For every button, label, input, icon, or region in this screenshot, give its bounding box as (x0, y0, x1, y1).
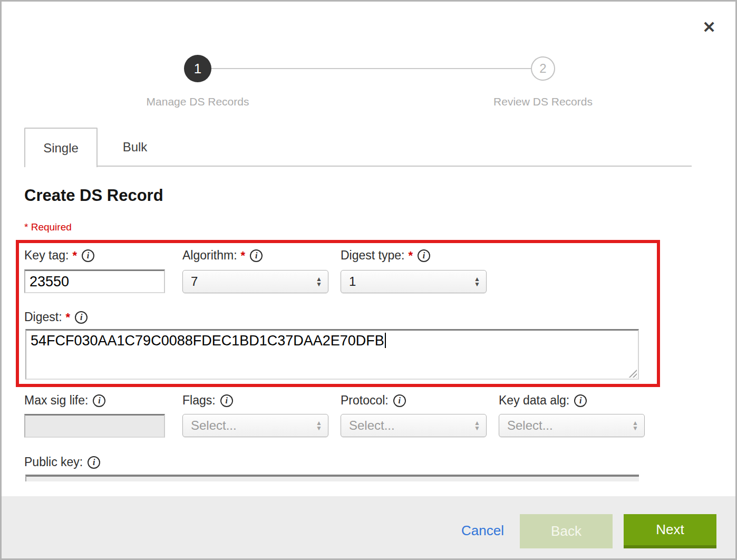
textarea-resize-handle[interactable] (628, 369, 637, 378)
protocol-info-icon[interactable]: i (393, 394, 406, 407)
key-tag-info-icon[interactable]: i (82, 249, 94, 262)
protocol-label-text: Protocol: (341, 393, 389, 408)
algorithm-select[interactable]: 7 ▲▼ (182, 270, 328, 293)
next-button[interactable]: Next (624, 514, 716, 548)
digest-label: Digest: * i (24, 310, 88, 324)
create-ds-record-modal: ✕ 1 2 Manage DS Records Review DS Record… (0, 0, 737, 560)
key-data-alg-label: Key data alg: i (499, 393, 587, 408)
key-data-alg-label-text: Key data alg: (499, 393, 569, 408)
flags-label-text: Flags: (182, 393, 216, 408)
flags-info-icon[interactable]: i (220, 394, 233, 407)
algorithm-label: Algorithm: * i (182, 248, 263, 263)
flags-label: Flags: i (182, 393, 233, 408)
digest-type-select[interactable]: 1 ▲▼ (341, 270, 487, 293)
stepper-step-1-circle: 1 (184, 55, 211, 82)
tabs-underline (24, 166, 692, 167)
key-tag-label-text: Key tag: (24, 248, 69, 263)
algorithm-select-value: 7 (191, 274, 198, 289)
close-icon[interactable]: ✕ (697, 15, 721, 38)
public-key-label: Public key: i (24, 455, 100, 469)
text-caret (385, 333, 386, 348)
stepper-step-2-circle: 2 (531, 56, 555, 81)
protocol-select-spinner-icon: ▲▼ (474, 420, 480, 431)
max-sig-life-label-text: Max sig life: (24, 393, 88, 408)
cancel-button[interactable]: Cancel (461, 523, 504, 539)
digest-textarea[interactable]: 54FCF030AA1C79C0088FDEC1BD1C37DAA2E70DFB (25, 329, 639, 380)
flags-select-value: Select... (191, 418, 237, 433)
max-sig-life-info-icon[interactable]: i (93, 394, 105, 407)
flags-select[interactable]: Select... ▲▼ (182, 414, 328, 437)
key-tag-required-mark: * (72, 249, 77, 263)
algorithm-select-spinner-icon: ▲▼ (316, 276, 322, 287)
tab-bulk[interactable]: Bulk (98, 128, 172, 166)
stepper-connector-line (211, 68, 531, 69)
flags-select-spinner-icon: ▲▼ (316, 420, 322, 431)
stepper-step-2-label: Review DS Records (438, 95, 648, 108)
digest-type-select-spinner-icon: ▲▼ (474, 276, 480, 287)
tab-single[interactable]: Single (24, 128, 98, 167)
algorithm-label-text: Algorithm: (182, 248, 237, 263)
digest-info-icon[interactable]: i (75, 311, 88, 324)
key-tag-input[interactable] (24, 269, 165, 293)
digest-type-label: Digest type: * i (341, 248, 430, 263)
digest-type-label-text: Digest type: (341, 248, 404, 263)
digest-value: 54FCF030AA1C79C0088FDEC1BD1C37DAA2E70DFB (31, 333, 384, 349)
public-key-info-icon[interactable]: i (88, 456, 100, 469)
key-tag-label: Key tag: * i (24, 248, 94, 263)
public-key-label-text: Public key: (24, 455, 83, 469)
digest-label-text: Digest: (24, 310, 62, 324)
key-data-alg-select-value: Select... (507, 418, 553, 433)
key-data-alg-select-spinner-icon: ▲▼ (632, 420, 638, 431)
digest-required-mark: * (66, 311, 71, 324)
key-data-alg-info-icon[interactable]: i (574, 394, 587, 407)
protocol-select[interactable]: Select... ▲▼ (341, 414, 487, 437)
protocol-select-value: Select... (349, 418, 395, 433)
key-data-alg-select[interactable]: Select... ▲▼ (499, 414, 645, 437)
public-key-textarea[interactable] (25, 475, 639, 481)
digest-type-info-icon[interactable]: i (418, 249, 430, 262)
algorithm-info-icon[interactable]: i (250, 249, 263, 262)
digest-type-required-mark: * (408, 249, 413, 263)
max-sig-life-label: Max sig life: i (24, 393, 105, 408)
stepper-step-1-label: Manage DS Records (92, 95, 303, 108)
protocol-label: Protocol: i (341, 393, 406, 408)
page-title: Create DS Record (24, 186, 163, 205)
required-note: * Required (24, 221, 72, 233)
digest-type-select-value: 1 (349, 274, 356, 289)
max-sig-life-input[interactable] (24, 414, 165, 438)
back-button[interactable]: Back (520, 514, 613, 548)
algorithm-required-mark: * (241, 249, 246, 263)
